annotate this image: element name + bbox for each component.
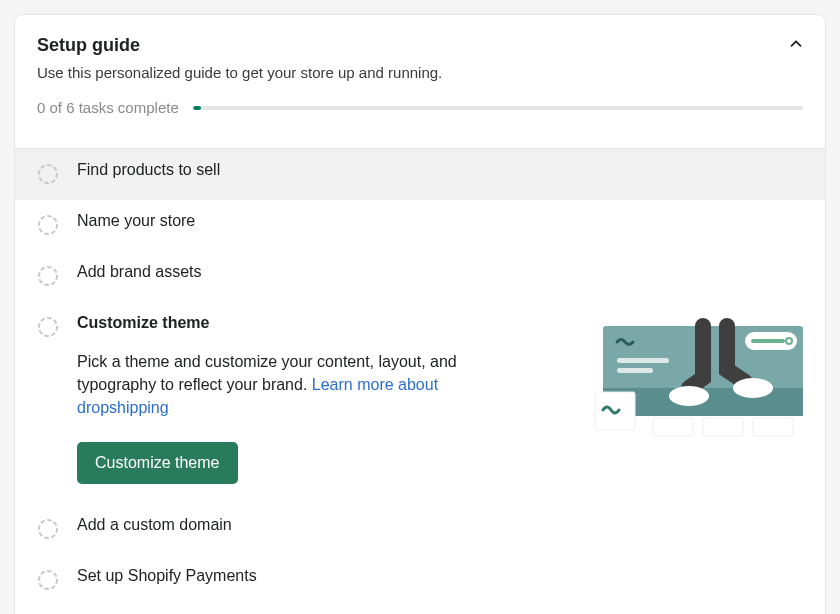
progress-bar <box>193 106 803 110</box>
task-status-icon <box>37 569 59 594</box>
task-item-custom-domain[interactable]: Add a custom domain <box>15 504 825 555</box>
task-status-icon <box>37 518 59 543</box>
svg-rect-14 <box>653 418 693 436</box>
svg-rect-13 <box>595 392 635 430</box>
svg-point-2 <box>39 267 57 285</box>
chevron-up-icon <box>787 35 805 53</box>
task-detail: Pick a theme and customize your content,… <box>77 350 497 484</box>
task-status-icon <box>37 316 59 341</box>
svg-rect-11 <box>751 339 785 343</box>
svg-rect-7 <box>617 368 653 373</box>
task-item-find-products[interactable]: Find products to sell <box>15 149 825 200</box>
progress-row: 0 of 6 tasks complete <box>37 99 803 136</box>
svg-rect-16 <box>753 418 793 436</box>
task-status-icon <box>37 265 59 290</box>
card-title: Setup guide <box>37 35 803 56</box>
card-subtitle: Use this personalized guide to get your … <box>37 64 803 81</box>
svg-point-17 <box>39 520 57 538</box>
task-title: Add brand assets <box>77 263 803 281</box>
card-header: Setup guide Use this personalized guide … <box>15 15 825 148</box>
task-title: Set up Shopify Payments <box>77 567 803 585</box>
task-list: Find products to sell Name your store Ad… <box>15 149 825 614</box>
svg-point-8 <box>669 386 709 406</box>
setup-guide-card: Setup guide Use this personalized guide … <box>14 14 826 614</box>
task-item-customize-theme[interactable]: Customize theme Pick a theme and customi… <box>15 302 825 504</box>
task-title: Customize theme <box>77 314 575 332</box>
svg-point-3 <box>39 318 57 336</box>
task-item-shopify-payments[interactable]: Set up Shopify Payments <box>15 555 825 606</box>
task-title: Add a custom domain <box>77 516 803 534</box>
svg-point-0 <box>39 165 57 183</box>
svg-rect-6 <box>617 358 669 363</box>
task-status-icon <box>37 214 59 239</box>
theme-illustration <box>593 314 803 441</box>
svg-point-1 <box>39 216 57 234</box>
customize-theme-button[interactable]: Customize theme <box>77 442 238 484</box>
collapse-toggle[interactable] <box>787 35 805 56</box>
svg-rect-15 <box>703 418 743 436</box>
svg-point-18 <box>39 571 57 589</box>
task-description: Pick a theme and customize your content,… <box>77 350 497 420</box>
progress-fill <box>193 106 201 110</box>
task-title: Name your store <box>77 212 803 230</box>
svg-point-9 <box>733 378 773 398</box>
task-status-icon <box>37 163 59 188</box>
task-item-brand-assets[interactable]: Add brand assets <box>15 251 825 302</box>
task-item-name-store[interactable]: Name your store <box>15 200 825 251</box>
progress-label: 0 of 6 tasks complete <box>37 99 179 116</box>
task-title: Find products to sell <box>77 161 803 179</box>
